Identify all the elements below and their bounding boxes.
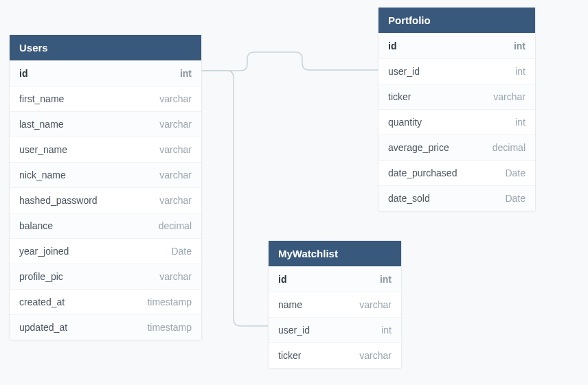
column-type: varchar (359, 299, 392, 310)
table-row: nick_name varchar (10, 162, 201, 187)
column-name: name (278, 299, 302, 310)
table-users[interactable]: Users id int first_name varchar last_nam… (9, 34, 202, 340)
column-name: date_sold (388, 193, 430, 204)
table-row: updated_at timestamp (10, 314, 201, 340)
column-name: year_joined (19, 246, 69, 257)
column-type: int (515, 117, 525, 128)
column-type: timestamp (147, 322, 192, 333)
column-type: varchar (159, 119, 192, 130)
column-name: quantity (388, 117, 422, 128)
column-type: int (514, 40, 525, 51)
column-type: int (381, 325, 392, 336)
table-row: user_id int (269, 317, 401, 342)
table-row: user_id int (378, 58, 535, 84)
table-row: last_name varchar (10, 111, 201, 137)
column-type: decimal (493, 142, 525, 153)
column-name: ticker (388, 91, 411, 102)
column-type: Date (505, 193, 525, 204)
column-name: date_purchased (388, 167, 457, 178)
table-mywatchlist-header: MyWatchlist (269, 241, 401, 266)
column-type: varchar (493, 91, 525, 102)
table-row: date_sold Date (378, 185, 535, 211)
column-name: updated_at (19, 322, 67, 333)
column-name: hashed_password (19, 195, 98, 206)
table-row: profile_pic varchar (10, 264, 201, 289)
table-portfolio[interactable]: Portfolio id int user_id int ticker varc… (378, 7, 536, 211)
column-type: decimal (159, 220, 192, 231)
column-name: average_price (388, 142, 449, 153)
table-row: created_at timestamp (10, 289, 201, 314)
table-row: quantity int (378, 109, 535, 135)
column-type: varchar (359, 350, 392, 361)
table-row: id int (269, 266, 401, 292)
column-name: id (388, 40, 396, 51)
table-users-header: Users (10, 35, 201, 60)
column-name: user_id (278, 325, 310, 336)
column-name: balance (19, 220, 53, 231)
table-mywatchlist[interactable]: MyWatchlist id int name varchar user_id … (268, 240, 402, 369)
column-type: int (380, 274, 392, 285)
table-row: balance decimal (10, 213, 201, 238)
column-name: first_name (19, 93, 64, 104)
column-type: varchar (159, 170, 192, 180)
table-row: ticker varchar (378, 84, 535, 109)
column-name: profile_pic (19, 271, 63, 282)
table-row: id int (10, 60, 201, 86)
table-row: user_name varchar (10, 137, 201, 162)
column-type: varchar (159, 144, 192, 155)
column-name: ticker (278, 350, 301, 361)
table-row: ticker varchar (269, 342, 401, 368)
column-type: varchar (159, 271, 192, 282)
column-name: user_name (19, 144, 67, 155)
column-name: id (278, 274, 286, 285)
table-row: average_price decimal (378, 135, 535, 160)
column-type: int (180, 68, 192, 79)
column-type: timestamp (147, 296, 192, 307)
column-name: last_name (19, 119, 64, 130)
column-name: created_at (19, 296, 65, 307)
column-type: Date (171, 246, 192, 257)
table-row: id int (378, 33, 535, 58)
table-row: year_joined Date (10, 238, 201, 264)
column-type: varchar (159, 195, 192, 206)
table-row: first_name varchar (10, 86, 201, 111)
table-portfolio-header: Portfolio (378, 8, 535, 33)
column-type: Date (505, 167, 525, 178)
table-row: name varchar (269, 292, 401, 317)
column-name: nick_name (19, 170, 66, 180)
table-row: hashed_password varchar (10, 187, 201, 213)
column-type: int (515, 66, 525, 77)
column-type: varchar (159, 93, 192, 104)
column-name: user_id (388, 66, 420, 77)
table-row: date_purchased Date (378, 160, 535, 185)
column-name: id (19, 68, 27, 79)
